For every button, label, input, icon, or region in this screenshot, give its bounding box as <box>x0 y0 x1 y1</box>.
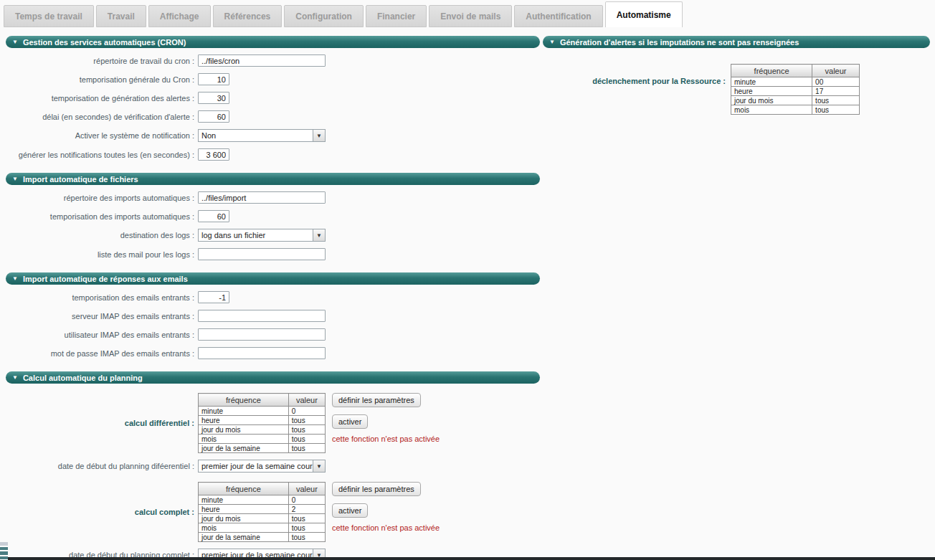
tab-envoi-de-mails[interactable]: Envoi de mails <box>429 5 512 27</box>
cron-dir-label: répertoire de travail du cron : <box>6 57 198 65</box>
email-tempo-input[interactable] <box>198 291 229 303</box>
activate-button[interactable]: activer <box>332 414 368 429</box>
collapse-icon: ▼ <box>12 176 18 182</box>
collapse-icon: ▼ <box>549 39 555 45</box>
imap-server-label: serveur IMAP des emails entrants : <box>6 312 198 321</box>
import-dir-label: répertoire des imports automatiques : <box>6 194 198 202</box>
drag-handle-icon[interactable] <box>0 542 8 560</box>
page-content: ▼ Gestion des services automatiques (CRO… <box>0 27 935 560</box>
col-header-valeur: valeur <box>812 65 860 77</box>
cron-dir-input[interactable] <box>198 54 326 67</box>
section-title: Import automatique de réponses aux email… <box>23 275 188 283</box>
mail-list-label: liste des mail pour les logs : <box>6 250 198 259</box>
bottom-edge-bar <box>0 557 935 560</box>
imap-server-input[interactable] <box>198 310 326 322</box>
chevron-down-icon[interactable]: ▼ <box>313 130 325 141</box>
status-not-activated: cette fonction n'est pas activée <box>332 523 440 532</box>
section-title: Import automatique de fichiers <box>23 175 138 184</box>
table-row: heure17 <box>731 87 860 96</box>
section-header-import-files[interactable]: ▼ Import automatique de fichiers <box>6 173 540 185</box>
table-row: jour du moistous <box>731 96 860 105</box>
section-header-planning[interactable]: ▼ Calcul automatique du planning <box>6 371 540 384</box>
date-differential-label: date de début du planning diféerentiel : <box>6 462 198 470</box>
notif-system-label: Activer le système de notification : <box>6 131 198 140</box>
email-tempo-label: temporisation des emails entrants : <box>6 293 198 302</box>
section-title: Gestion des services automatiques (CRON) <box>23 38 186 47</box>
table-row: moistous <box>199 523 326 533</box>
section-header-import-emails[interactable]: ▼ Import automatique de réponses aux ema… <box>6 272 540 285</box>
imap-user-label: utilisateur IMAP des emails entrants : <box>6 331 198 339</box>
section-title: Calcul automatique du planning <box>23 374 143 382</box>
differential-label: calcul différentiel : <box>6 419 198 427</box>
tab-financier[interactable]: Financier <box>366 5 427 27</box>
col-header-frequence: fréquence <box>731 65 812 77</box>
tab-references[interactable]: Références <box>213 5 283 27</box>
section-header-alerts[interactable]: ▼ Génération d'alertes si les imputation… <box>543 36 930 48</box>
imap-password-input[interactable] <box>198 347 326 359</box>
complete-cron-table: fréquence valeur minute0 heure2 jour du … <box>198 482 326 542</box>
notif-system-select[interactable]: Non ▼ <box>198 129 326 142</box>
col-header-valeur: valeur <box>288 394 325 407</box>
import-tempo-input[interactable] <box>198 210 229 222</box>
cron-verif-delay-input[interactable] <box>198 110 229 123</box>
table-row: jour du moistous <box>199 514 326 523</box>
table-row: jour de la semainetous <box>199 444 326 453</box>
complete-block: calcul complet : fréquence valeur minute… <box>6 482 540 542</box>
cron-verif-delay-label: délai (en secondes) de vérification d'al… <box>6 113 198 121</box>
notif-system-value: Non <box>199 130 313 141</box>
col-header-frequence: fréquence <box>199 394 289 407</box>
table-row: minute00 <box>731 77 860 87</box>
mail-list-input[interactable] <box>198 248 326 260</box>
tab-travail[interactable]: Travail <box>96 5 146 27</box>
resource-trigger-label: déclenchement pour la Ressource : <box>543 77 731 115</box>
resource-trigger-block: déclenchement pour la Ressource : fréque… <box>543 64 930 115</box>
date-differential-select[interactable]: premier jour de la semaine coura ▼ <box>198 460 326 473</box>
log-dest-label: destination des logs : <box>6 231 198 239</box>
imap-password-label: mot de passe IMAP des emails entrants : <box>6 349 198 358</box>
import-tempo-label: temporisation des imports automatiques : <box>6 212 198 221</box>
import-dir-input[interactable] <box>198 191 326 204</box>
table-row: heure2 <box>199 505 326 514</box>
col-header-valeur: valeur <box>288 483 325 495</box>
chevron-down-icon[interactable]: ▼ <box>313 229 325 241</box>
log-dest-select[interactable]: log dans un fichier ▼ <box>198 229 326 242</box>
cron-tempo-input[interactable] <box>198 73 229 85</box>
collapse-icon: ▼ <box>12 375 18 381</box>
left-column: ▼ Gestion des services automatiques (CRO… <box>0 27 540 560</box>
define-params-button[interactable]: définir les paramètres <box>332 482 421 496</box>
table-row: jour de la semainetous <box>199 533 326 542</box>
cron-alert-tempo-label: temporisation de génération des alertes … <box>6 94 198 103</box>
complete-label: calcul complet : <box>6 508 198 516</box>
table-row: moistous <box>731 105 860 115</box>
log-dest-value: log dans un fichier <box>199 229 313 241</box>
col-header-frequence: fréquence <box>199 483 289 495</box>
notif-freq-label: générer les notifications toutes les (en… <box>6 151 198 159</box>
differential-cron-table: fréquence valeur minute0 heuretous jour … <box>198 393 326 453</box>
table-row: heuretous <box>199 416 326 425</box>
status-not-activated: cette fonction n'est pas activée <box>332 435 440 443</box>
table-row: minute0 <box>199 495 326 505</box>
chevron-down-icon[interactable]: ▼ <box>313 460 325 472</box>
section-header-cron[interactable]: ▼ Gestion des services automatiques (CRO… <box>6 36 540 48</box>
right-column: ▼ Génération d'alertes si les imputation… <box>540 27 935 115</box>
tab-bar: Temps de travail Travail Affichage Référ… <box>0 0 935 27</box>
tab-temps-de-travail[interactable]: Temps de travail <box>4 5 94 27</box>
define-params-button[interactable]: définir les paramètres <box>332 393 421 407</box>
differential-block: calcul différentiel : fréquence valeur m… <box>6 393 540 453</box>
tab-configuration[interactable]: Configuration <box>284 5 364 27</box>
cron-alert-tempo-input[interactable] <box>198 92 229 104</box>
collapse-icon: ▼ <box>12 276 18 282</box>
date-differential-value: premier jour de la semaine coura <box>199 460 313 472</box>
activate-button[interactable]: activer <box>332 503 368 518</box>
imap-user-input[interactable] <box>198 328 326 341</box>
table-row: moistous <box>199 435 326 444</box>
section-title: Génération d'alertes si les imputations … <box>560 38 799 47</box>
notif-freq-input[interactable] <box>198 148 229 161</box>
tab-authentification[interactable]: Authentification <box>514 5 602 27</box>
tab-automatisme[interactable]: Automatisme <box>605 1 683 27</box>
collapse-icon: ▼ <box>12 39 18 45</box>
resource-cron-table: fréquence valeur minute00 heure17 jour d… <box>731 64 860 115</box>
tab-affichage[interactable]: Affichage <box>148 5 211 27</box>
table-row: minute0 <box>199 407 326 416</box>
table-row: jour du moistous <box>199 425 326 435</box>
